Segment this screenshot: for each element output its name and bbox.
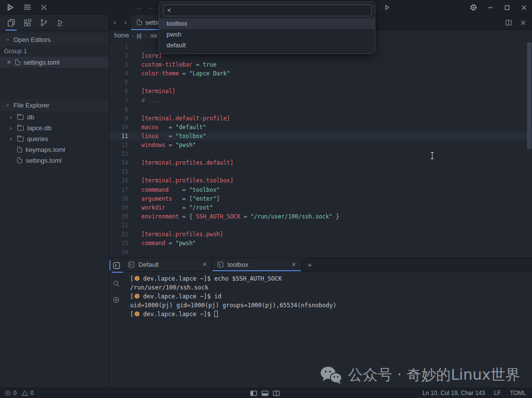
watermark-text: 公众号 · 奇妙的Linux世界 (348, 365, 520, 385)
breadcrumb-segment[interactable]: home (114, 32, 129, 39)
close-icon[interactable]: ✕ (6, 59, 12, 66)
token: "default" (175, 124, 206, 131)
token: } (332, 213, 339, 220)
run-icon[interactable] (380, 0, 394, 15)
breadcrumb-segment[interactable]: pj (137, 32, 141, 39)
line-number: 3 (109, 60, 128, 69)
code-line[interactable]: 15 (109, 167, 532, 176)
search-panel-icon[interactable] (109, 276, 123, 291)
code-line[interactable]: 18arguments = ["enter"] (109, 194, 532, 203)
code-line[interactable]: 19workdir = "/root" (109, 203, 532, 212)
explorer-item-label: keymaps.toml (26, 146, 65, 153)
code-line[interactable]: 12windows = "pwsh" (109, 141, 532, 149)
code-line[interactable]: 21 (109, 221, 532, 230)
code-text: linux = "toolbox" (141, 132, 206, 141)
explorer-item-db[interactable]: ›db (0, 111, 109, 122)
terminal-tab-toolbox[interactable]: toolbox ✕ (212, 258, 301, 271)
history-forward-icon[interactable]: → (147, 4, 154, 11)
code-line[interactable]: 9[terminal.default-profile] (109, 114, 532, 123)
open-editor-item-settings-toml[interactable]: ✕ settings.toml (0, 57, 109, 68)
line-number: 16 (109, 176, 128, 185)
code-line[interactable]: 10macos = "default" (109, 123, 532, 132)
explorer-item-keymaps.toml[interactable]: keymaps.toml (0, 144, 109, 155)
palette-item-pwsh[interactable]: pwsh (159, 29, 375, 40)
settings-gear-icon[interactable] (465, 0, 482, 15)
toggle-bottom-panel-icon[interactable] (262, 391, 268, 396)
problems-panel-icon[interactable] (109, 292, 123, 307)
token: = (172, 195, 189, 202)
token: SSH_AUTH_SOCK (196, 213, 240, 220)
code-line[interactable]: 23command = "pwsh" (109, 239, 532, 248)
file-explorer-panel-icon[interactable] (3, 15, 19, 31)
editor-scrollbar-thumb[interactable] (527, 42, 532, 149)
line-number: 22 (109, 230, 128, 239)
output-text: uid=1000(pj) gid=1000(pj) groups=1000(pj… (130, 302, 336, 309)
palette-input[interactable] (163, 4, 372, 16)
split-editor-icon[interactable] (502, 17, 514, 29)
token: [terminal.profiles.toolbox] (141, 177, 233, 184)
chevron-down-icon: › (5, 38, 11, 41)
explorer-item-queries[interactable]: ›queries (0, 133, 109, 144)
code-line[interactable]: 4color-theme = "Lapce Dark" (109, 69, 532, 78)
code-line[interactable]: 5 (109, 78, 532, 87)
cursor-position[interactable]: Ln 10, Col 19, Char 143 (422, 390, 485, 397)
terminal-panel-icon[interactable] (109, 258, 123, 273)
source-control-panel-icon[interactable] (35, 15, 52, 31)
breadcrumb-segment[interactable]: .va (149, 32, 157, 39)
toggle-left-panel-icon[interactable] (250, 391, 257, 396)
line-number: 6 (109, 87, 128, 96)
code-editor[interactable]: 12[core]3custom-titlebar = true4color-th… (109, 41, 532, 257)
file-explorer-list: ›db›lapce.db›querieskeymaps.tomlsettings… (0, 111, 109, 166)
explorer-item-lapce.db[interactable]: ›lapce.db (0, 122, 109, 133)
problems-summary[interactable]: 0 0 (0, 390, 33, 397)
file-explorer-header[interactable]: › File Explorer (0, 99, 109, 111)
line-number: 4 (109, 69, 128, 78)
toggle-right-panel-icon[interactable] (273, 391, 280, 396)
close-editor-icon[interactable] (517, 17, 529, 29)
statusbar: 0 0 Ln 10, Col 19, Char 143 LF TOML (0, 388, 532, 398)
prompt-bracket: [ (130, 293, 133, 300)
debug-panel-icon[interactable] (52, 15, 68, 31)
terminal-line: uid=1000(pj) gid=1000(pj) groups=1000(pj… (130, 301, 532, 310)
language-mode[interactable]: TOML (510, 390, 526, 397)
close-icon[interactable]: ✕ (202, 261, 207, 268)
code-text: command = "pwsh" (141, 239, 196, 248)
history-back-icon[interactable]: ← (136, 4, 142, 11)
chevron-down-icon: › (5, 104, 11, 107)
close-icon[interactable]: ✕ (292, 261, 296, 268)
line-number: 10 (109, 123, 128, 132)
token: "/root" (189, 204, 213, 211)
error-count: 0 (13, 390, 17, 397)
editor-group-label: Group 1 (0, 46, 109, 57)
code-line[interactable]: 20environment = { SSH_AUTH_SOCK = "/run/… (109, 212, 532, 221)
code-line[interactable]: 13 (109, 149, 532, 158)
palette-item-toolbox[interactable]: toolbox (159, 18, 375, 29)
terminal-tab-default[interactable]: Default ✕ (123, 258, 212, 271)
plugins-panel-icon[interactable] (19, 15, 35, 31)
close-button[interactable] (515, 0, 532, 15)
line-ending[interactable]: LF (494, 390, 501, 397)
code-line[interactable]: 22[terminal.profiles.pwsh] (109, 230, 532, 239)
maximize-button[interactable] (499, 0, 515, 15)
explorer-item-settings.toml[interactable]: settings.toml (0, 155, 109, 166)
line-number: 1 (109, 42, 128, 51)
menu-icon[interactable] (20, 0, 34, 15)
remote-connection-icon[interactable] (36, 0, 51, 15)
minimize-button[interactable] (482, 0, 499, 15)
code-line[interactable]: 24 (109, 248, 532, 256)
tab-back-icon[interactable]: ‹ (109, 18, 120, 26)
code-line[interactable]: 17commmand = "toolbox" (109, 185, 532, 194)
code-line[interactable]: 8 (109, 105, 532, 114)
new-terminal-button[interactable]: + (301, 258, 318, 271)
palette-item-default[interactable]: default (159, 40, 375, 51)
code-line[interactable]: 3custom-titlebar = true (109, 60, 532, 69)
open-editors-header[interactable]: › Open Editors (0, 34, 109, 46)
tab-forward-icon[interactable]: › (120, 18, 131, 26)
code-line[interactable]: 16[terminal.profiles.toolbox] (109, 176, 532, 185)
code-text: [terminal.profiles.toolbox] (141, 176, 233, 185)
code-line[interactable]: 14[terminal.profiles.default] (109, 158, 532, 167)
code-line[interactable]: 11linux = "toolbox" (109, 132, 532, 141)
token: = (159, 124, 176, 131)
code-line[interactable]: 6[terminal] (109, 87, 532, 96)
code-line[interactable]: 7# ... (109, 96, 532, 105)
